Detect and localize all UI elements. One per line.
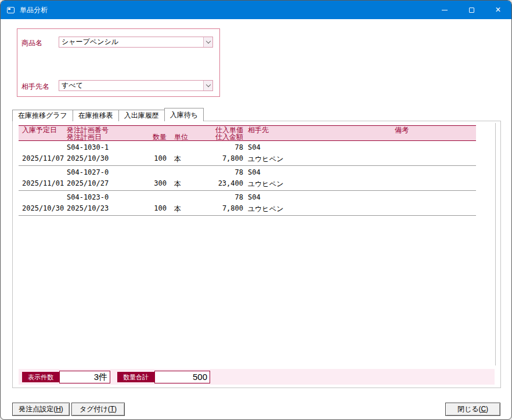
cell-unit: 本 <box>174 179 181 189</box>
qty-total-value: 500 <box>154 371 210 383</box>
arrival-table: 入庫予定日 発注計画番号 発注計画日 数量 単位 仕入単価 仕入金額 相手先 備… <box>19 125 476 216</box>
cell-unit-price: 78 <box>193 193 243 201</box>
cell-plan-date: 2025/10/23 <box>67 204 109 212</box>
cell-partner-code: S04 <box>248 193 261 201</box>
cell-unit: 本 <box>174 204 181 214</box>
chevron-down-icon <box>205 39 210 44</box>
col-header-date: 入庫予定日 <box>22 126 57 133</box>
cell-amount: 7,800 <box>193 154 243 162</box>
button-label-part: ) <box>486 405 488 413</box>
cell-qty: 300 <box>126 179 167 187</box>
cell-partner-code: S04 <box>248 143 261 151</box>
button-label-part: タグ付け( <box>80 405 110 413</box>
cell-plan-no: S04-1027-0 <box>67 168 109 176</box>
display-count-value: 3件 <box>59 371 110 383</box>
display-count-label: 表示件数 <box>22 372 59 382</box>
window-controls: × <box>431 1 511 19</box>
tab-stock-table[interactable]: 在庫推移表 <box>73 110 119 121</box>
table-row[interactable]: S04-1027-0 78 S04 2025/11/01 2025/10/27 … <box>19 166 476 191</box>
cell-partner-name: ユウヒペン <box>248 204 283 214</box>
tab-stock-graph[interactable]: 在庫推移グラフ <box>12 110 73 121</box>
col-header-plan-date: 発注計画日 <box>67 133 102 140</box>
close-window-button[interactable]: × <box>485 1 511 19</box>
col-header-note: 備考 <box>344 126 460 133</box>
summary-bar: 表示件数 3件 数量合計 500 <box>19 369 495 385</box>
partner-combo-dropdown-button[interactable] <box>203 81 212 90</box>
cell-qty: 100 <box>126 204 167 212</box>
awaiting-arrival-panel: 入庫予定日 発注計画番号 発注計画日 数量 単位 仕入単価 仕入金額 相手先 備… <box>12 121 501 388</box>
minimize-icon <box>442 10 448 10</box>
chevron-down-icon <box>205 82 210 87</box>
table-row[interactable]: S04-1030-1 78 S04 2025/11/07 2025/10/30 … <box>19 141 476 166</box>
cell-amount: 23,400 <box>193 179 243 187</box>
button-label-part: ) <box>114 405 117 413</box>
cell-qty: 100 <box>126 154 167 162</box>
partner-name-label: 相手先名 <box>21 82 49 92</box>
cell-arrival-date: 2025/11/07 <box>22 154 64 162</box>
button-label-part: ) <box>61 405 63 413</box>
window-title: 単品分析 <box>20 5 48 15</box>
maximize-icon <box>469 8 474 13</box>
cell-plan-date: 2025/10/30 <box>67 154 109 162</box>
product-combo-dropdown-button[interactable] <box>203 37 212 47</box>
button-mnemonic: H <box>56 405 61 413</box>
tab-inout-history[interactable]: 入出庫履歴 <box>118 110 165 121</box>
cell-arrival-date: 2025/11/01 <box>22 179 64 187</box>
close-button[interactable]: 閉じる(C) <box>445 403 500 416</box>
col-header-unit: 単位 <box>174 133 188 140</box>
app-icon <box>7 7 15 13</box>
cell-arrival-date: 2025/10/30 <box>22 204 64 212</box>
cell-plan-no: S04-1023-0 <box>67 193 109 201</box>
table-header: 入庫予定日 発注計画番号 発注計画日 数量 単位 仕入単価 仕入金額 相手先 備… <box>19 125 476 141</box>
qty-total-label: 数量合計 <box>117 372 154 382</box>
cell-unit-price: 78 <box>193 143 243 151</box>
titlebar[interactable]: 単品分析 × <box>1 1 511 19</box>
minimize-button[interactable] <box>431 1 458 19</box>
partner-name-combobox[interactable]: すべて <box>59 80 213 91</box>
button-mnemonic: C <box>481 405 486 413</box>
col-header-partner: 相手先 <box>248 126 269 133</box>
cell-amount: 7,800 <box>193 204 243 212</box>
partner-name-value: すべて <box>59 81 203 90</box>
cell-partner-code: S04 <box>248 168 261 176</box>
table-row[interactable]: S04-1023-0 78 S04 2025/10/30 2025/10/23 … <box>19 191 476 216</box>
button-label-part: 閉じる( <box>457 405 481 413</box>
maximize-button[interactable] <box>458 1 485 19</box>
tab-awaiting-arrival[interactable]: 入庫待ち <box>164 108 204 121</box>
cell-partner-name: ユウヒペン <box>248 154 283 164</box>
col-header-amount: 仕入金額 <box>193 133 243 140</box>
button-mnemonic: T <box>110 405 114 413</box>
col-header-qty: 数量 <box>126 133 167 140</box>
cell-plan-no: S04-1030-1 <box>67 143 109 151</box>
tagging-button[interactable]: タグ付け(T) <box>71 403 125 416</box>
product-name-label: 商品名 <box>21 38 42 48</box>
order-point-setting-button[interactable]: 発注点設定(H) <box>12 403 70 416</box>
button-label-part: 発注点設定( <box>19 405 56 413</box>
close-icon: × <box>495 5 500 15</box>
tab-bar: 在庫推移グラフ 在庫推移表 入出庫履歴 入庫待ち <box>12 108 203 121</box>
cell-unit: 本 <box>174 154 181 164</box>
cell-partner-name: ユウヒペン <box>248 179 283 189</box>
product-name-combobox[interactable]: シャープペンシル <box>59 37 213 48</box>
cell-unit-price: 78 <box>193 168 243 176</box>
product-name-value: シャープペンシル <box>59 37 203 47</box>
vertical-scrollbar[interactable] <box>495 123 496 365</box>
app-window: 単品分析 × 商品名 シャープペンシル 相手先名 すべて 在庫推移グラフ 在庫 <box>0 0 512 420</box>
cell-plan-date: 2025/10/27 <box>67 179 109 187</box>
